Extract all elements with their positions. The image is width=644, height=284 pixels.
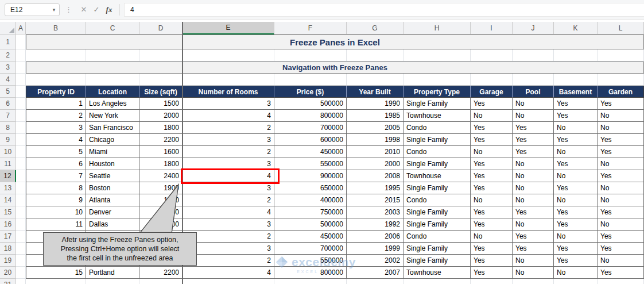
cell-L6[interactable]: Yes [598, 98, 644, 110]
cell-B10[interactable]: 5 [26, 146, 86, 158]
cell-F19[interactable]: 550000 [274, 255, 347, 267]
cell-K10[interactable]: No [554, 146, 598, 158]
cell-I2[interactable] [471, 49, 513, 62]
cell-A9[interactable] [16, 134, 26, 146]
cell-L5[interactable]: Garden [598, 86, 644, 98]
cell-H16[interactable]: Single Family [404, 218, 471, 231]
cell-H2[interactable] [404, 49, 471, 62]
cell-L17[interactable]: Yes [598, 231, 644, 243]
cell-H4[interactable] [404, 74, 471, 86]
cell-H9[interactable]: Single Family [404, 134, 471, 146]
row-header-21[interactable]: 21 [0, 279, 16, 284]
cell-K2[interactable] [554, 49, 598, 62]
cell-C7[interactable]: New York [86, 110, 139, 122]
cell-K6[interactable]: Yes [554, 98, 598, 110]
column-header-J[interactable]: J [513, 22, 554, 34]
cell-C9[interactable]: Chicago [86, 134, 139, 146]
cell-H15[interactable]: Single Family [404, 206, 471, 218]
cell-B14[interactable]: 9 [26, 194, 86, 206]
cell-D16[interactable]: 1800 [139, 218, 183, 231]
cell-F16[interactable]: 500000 [274, 218, 347, 231]
cell-I21[interactable] [471, 279, 513, 284]
cell-C13[interactable]: Boston [86, 182, 139, 194]
row-header-9[interactable]: 9 [0, 134, 16, 146]
cell-A8[interactable] [16, 122, 26, 134]
cell-F11[interactable]: 550000 [274, 158, 347, 170]
row-header-8[interactable]: 8 [0, 122, 16, 134]
cell-K20[interactable]: No [554, 267, 598, 279]
cell-G14[interactable]: 2015 [347, 194, 404, 206]
cell-F9[interactable]: 600000 [274, 134, 347, 146]
cell-F2[interactable] [274, 49, 347, 62]
column-header-E[interactable]: E [183, 22, 274, 34]
cell-L12[interactable]: Yes [598, 170, 644, 182]
row-header-20[interactable]: 20 [0, 267, 16, 279]
cell-I12[interactable]: Yes [471, 170, 513, 182]
cell-A2[interactable] [16, 49, 26, 62]
cell-C12[interactable]: Seattle [86, 170, 139, 182]
cell-H18[interactable]: Single Family [404, 243, 471, 255]
cell-D9[interactable]: 2200 [139, 134, 183, 146]
cell-K7[interactable]: Yes [554, 110, 598, 122]
cell-I14[interactable]: No [471, 194, 513, 206]
cell-D13[interactable]: 1900 [139, 182, 183, 194]
column-header-K[interactable]: K [554, 22, 598, 34]
cell-D21[interactable] [139, 279, 183, 284]
cell-I7[interactable]: No [471, 110, 513, 122]
cell-H7[interactable]: Townhouse [404, 110, 471, 122]
cell-B16[interactable]: 11 [26, 218, 86, 231]
cell-E21[interactable] [183, 279, 274, 284]
row-header-14[interactable]: 14 [0, 194, 16, 206]
cell-E5[interactable]: Number of Rooms [183, 86, 274, 98]
cell-B2[interactable] [26, 49, 86, 62]
worksheet-title[interactable]: Freeze Panes in Excel [26, 34, 644, 49]
row-header-15[interactable]: 15 [0, 206, 16, 218]
cell-E20[interactable]: 4 [183, 267, 274, 279]
cell-K15[interactable]: Yes [554, 206, 598, 218]
cell-J14[interactable]: No [513, 194, 554, 206]
cell-G7[interactable]: 1985 [347, 110, 404, 122]
cell-D2[interactable] [139, 49, 183, 62]
cell-C20[interactable]: Portland [86, 267, 139, 279]
cell-H12[interactable]: Townhouse [404, 170, 471, 182]
cell-E10[interactable]: 2 [183, 146, 274, 158]
cell-I10[interactable]: No [471, 146, 513, 158]
row-header-13[interactable]: 13 [0, 182, 16, 194]
cell-C2[interactable] [86, 49, 139, 62]
column-header-A[interactable]: A [16, 22, 26, 34]
cell-G9[interactable]: 1998 [347, 134, 404, 146]
column-header-B[interactable]: B [26, 22, 86, 34]
cell-L13[interactable]: No [598, 182, 644, 194]
cell-F4[interactable] [274, 74, 347, 86]
chevron-down-icon[interactable]: ▾ [49, 7, 59, 13]
cell-B21[interactable] [26, 279, 86, 284]
cell-J6[interactable]: No [513, 98, 554, 110]
cell-F10[interactable]: 450000 [274, 146, 347, 158]
row-header-4[interactable]: 4 [0, 74, 16, 86]
cell-F17[interactable]: 450000 [274, 231, 347, 243]
cell-I9[interactable]: Yes [471, 134, 513, 146]
cell-G21[interactable] [347, 279, 404, 284]
cell-B8[interactable]: 3 [26, 122, 86, 134]
cell-C14[interactable]: Atlanta [86, 194, 139, 206]
cell-L8[interactable]: No [598, 122, 644, 134]
cell-I13[interactable]: Yes [471, 182, 513, 194]
cell-J21[interactable] [513, 279, 554, 284]
cell-A19[interactable] [16, 255, 26, 267]
cell-C10[interactable]: Miami [86, 146, 139, 158]
cell-I11[interactable]: Yes [471, 158, 513, 170]
cell-E12[interactable]: 4 [183, 170, 274, 182]
cell-I16[interactable]: Yes [471, 218, 513, 231]
cell-F5[interactable]: Price ($) [274, 86, 347, 98]
cell-J8[interactable]: Yes [513, 122, 554, 134]
cell-C15[interactable]: Denver [86, 206, 139, 218]
cell-J11[interactable]: No [513, 158, 554, 170]
cell-G4[interactable] [347, 74, 404, 86]
column-header-I[interactable]: I [471, 22, 513, 34]
cell-K8[interactable]: No [554, 122, 598, 134]
cell-G5[interactable]: Year Built [347, 86, 404, 98]
column-header-H[interactable]: H [404, 22, 471, 34]
cell-D6[interactable]: 1500 [139, 98, 183, 110]
cell-E15[interactable]: 4 [183, 206, 274, 218]
cell-A4[interactable] [16, 74, 26, 86]
